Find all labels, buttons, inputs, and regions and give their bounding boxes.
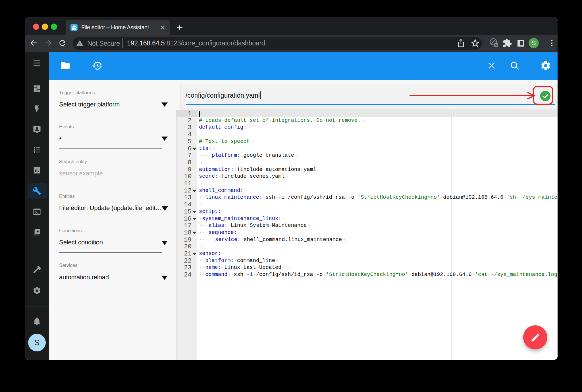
svg-text:5: 5 bbox=[495, 43, 497, 47]
